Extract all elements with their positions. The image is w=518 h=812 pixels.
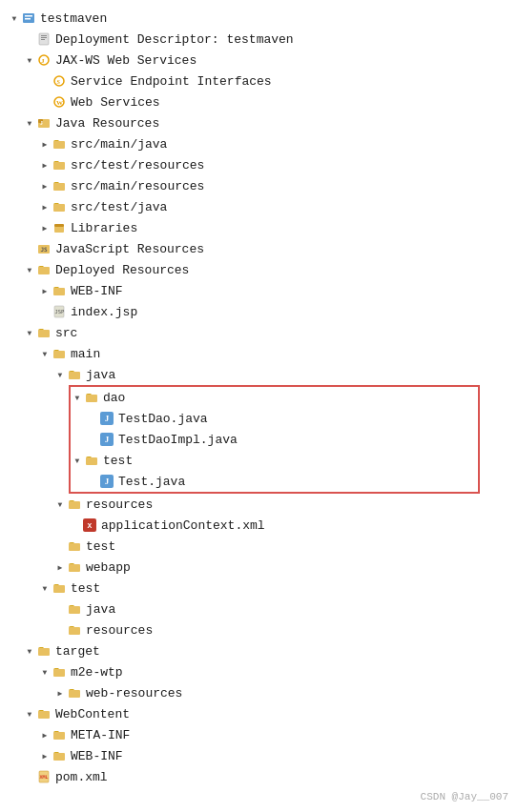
arrow-webcontent[interactable] (23, 707, 36, 721)
folder-icon (36, 706, 52, 721)
tree-item-pom-xml[interactable]: XML pom.xml (8, 766, 518, 787)
tree-item-src-main-java[interactable]: src/main/java (8, 133, 518, 154)
arrow[interactable] (38, 221, 52, 234)
arrow-java[interactable] (53, 368, 67, 381)
java-file-icon: J (99, 474, 114, 489)
tree-label: dao (103, 391, 478, 405)
arrow-deployed[interactable] (23, 263, 36, 276)
tree-item-meta-inf[interactable]: META-INF (8, 724, 518, 745)
tree-label: src/test/java (71, 200, 518, 214)
arrow-jaxws[interactable] (23, 53, 36, 67)
project-tree: testmaven Deployment Descriptor: testmav… (0, 0, 518, 795)
tree-item-testdao[interactable]: J TestDao.java (71, 408, 478, 429)
tree-item-resources-test[interactable]: resources (8, 619, 518, 640)
arrow-src[interactable] (23, 326, 36, 339)
tree-item-jaxws[interactable]: J JAX-WS Web Services (8, 50, 518, 71)
tree-item-sei[interactable]: S Service Endpoint Interfaces (8, 71, 518, 91)
arrow-test-main[interactable] (38, 581, 52, 595)
tree-item-test-main[interactable]: test (8, 578, 518, 599)
tree-item-webapp[interactable]: webapp (8, 557, 518, 578)
arrow-resources[interactable] (53, 497, 67, 511)
tree-label: src (55, 326, 518, 340)
tree-label: target (55, 644, 518, 659)
svg-rect-18 (53, 183, 65, 191)
folder-icon (52, 727, 67, 742)
folder-icon (67, 367, 82, 382)
tree-item-webservices[interactable]: W Web Services (8, 91, 518, 112)
tree-item-target[interactable]: target (8, 640, 518, 661)
tree-item-src-test-resources[interactable]: src/test/resources (8, 154, 518, 175)
pom-icon: XML (36, 769, 52, 784)
folder-icon (84, 390, 99, 405)
tree-item-js-resources[interactable]: JS JavaScript Resources (8, 238, 518, 259)
tree-item-index-jsp[interactable]: JSP index.jsp (8, 301, 518, 322)
tree-label: applicationContext.xml (101, 518, 518, 533)
tree-item-dao[interactable]: dao (71, 387, 478, 408)
svg-text:JS: JS (41, 246, 49, 253)
tree-item-webinf-deployed[interactable]: WEB-INF (8, 280, 518, 301)
svg-text:J: J (40, 120, 43, 126)
tree-label: JavaScript Resources (55, 242, 518, 256)
arrow-java-res[interactable] (23, 116, 36, 130)
folder-icon (67, 622, 82, 638)
tree-item-m2e-wtp[interactable]: m2e-wtp (8, 661, 518, 682)
j-badge: J (100, 475, 114, 488)
tree-item-appctx-xml[interactable]: X applicationContext.xml (8, 515, 518, 536)
tree-item-deployed-resources[interactable]: Deployed Resources (8, 259, 518, 280)
tree-label: Libraries (71, 221, 518, 235)
svg-rect-25 (53, 288, 65, 295)
tree-label: web-resources (86, 686, 518, 700)
svg-rect-35 (69, 564, 80, 572)
xml-badge: X (83, 518, 96, 532)
tree-item-libraries[interactable]: Libraries (8, 217, 518, 238)
arrow[interactable] (53, 686, 67, 700)
tree-item-webcontent[interactable]: WebContent (8, 703, 518, 724)
tree-label: TestDao.java (118, 412, 478, 426)
svg-rect-1 (25, 15, 32, 17)
tree-item-src[interactable]: src (8, 322, 518, 343)
svg-rect-36 (53, 585, 65, 593)
svg-text:JSP: JSP (55, 309, 66, 315)
arrow[interactable] (38, 749, 52, 762)
arrow-testmaven[interactable] (8, 11, 21, 25)
descriptor-icon (36, 31, 52, 47)
tree-label: test (103, 454, 478, 468)
arrow[interactable] (38, 137, 52, 151)
src-folder-icon (52, 178, 67, 193)
arrow[interactable] (38, 158, 52, 172)
tree-item-src-test-java[interactable]: src/test/java (8, 196, 518, 217)
tree-item-src-main-resources[interactable]: src/main/resources (8, 175, 518, 196)
svg-rect-19 (53, 204, 65, 212)
tree-item-java[interactable]: java (8, 364, 518, 385)
arrow[interactable] (38, 179, 52, 193)
src-folder-icon (52, 136, 67, 152)
j-badge: J (100, 412, 114, 425)
tree-label: Test.java (118, 475, 478, 489)
tree-item-testmaven[interactable]: testmaven (8, 8, 518, 29)
svg-rect-16 (53, 141, 65, 149)
arrow-target[interactable] (23, 644, 36, 658)
tree-item-deployment-descriptor[interactable]: Deployment Descriptor: testmaven (8, 29, 518, 50)
tree-item-resources[interactable]: resources (8, 494, 518, 515)
arrow-test[interactable] (71, 454, 84, 467)
arrow[interactable] (38, 284, 52, 297)
arrow-main[interactable] (38, 347, 52, 360)
tree-item-test-pkg[interactable]: test (71, 450, 478, 471)
svg-text:W: W (56, 99, 63, 107)
arrow-m2e[interactable] (38, 665, 52, 679)
tree-item-test-java[interactable]: J Test.java (71, 471, 478, 492)
tree-item-java-test[interactable]: java (8, 599, 518, 619)
arrow[interactable] (53, 560, 67, 574)
java-resources-icon: J (36, 115, 52, 131)
arrow-dao[interactable] (71, 391, 84, 404)
tree-item-test-res[interactable]: test (8, 536, 518, 557)
arrow[interactable] (38, 200, 52, 213)
arrow[interactable] (38, 728, 52, 741)
tree-item-web-resources[interactable]: web-resources (8, 682, 518, 703)
tree-item-webinf-webcontent[interactable]: WEB-INF (8, 745, 518, 766)
tree-item-testdaoimpl[interactable]: J TestDaoImpl.java (71, 429, 478, 450)
folder-icon (67, 497, 82, 512)
tree-item-java-resources[interactable]: J Java Resources (8, 112, 518, 133)
folder-icon (52, 664, 67, 680)
tree-item-main[interactable]: main (8, 343, 518, 364)
